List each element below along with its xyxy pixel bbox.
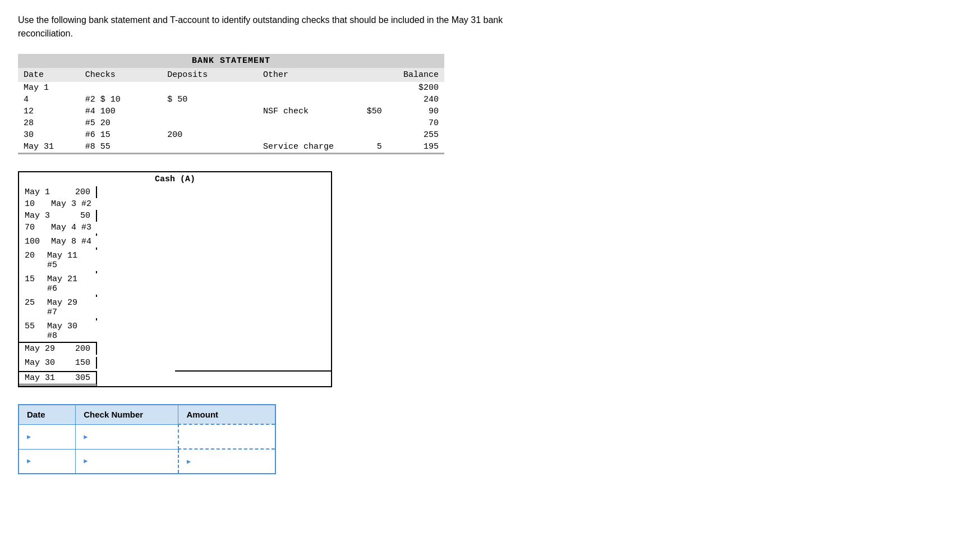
table-row: 55May 30 #8	[19, 318, 332, 342]
t-account-right-amount: 15	[25, 274, 47, 294]
t-account-left-amount: 50	[80, 211, 90, 221]
t-account-right-label: May 8 #4	[51, 237, 91, 246]
t-account-balance-amount: 305	[75, 373, 90, 383]
t-account-left-label: May 30	[25, 358, 55, 368]
col-header-other-amount	[347, 68, 388, 82]
t-account-table: May 120010May 3 #2May 35070May 4 #3100Ma…	[18, 186, 332, 387]
t-account-right-label: May 29 #7	[47, 298, 91, 317]
t-account-left-amount: 200	[75, 187, 90, 197]
t-account-left-amount: 150	[75, 358, 90, 368]
t-account-right-amount: 20	[25, 251, 47, 270]
table-row: May 120010May 3 #2	[19, 186, 332, 210]
t-account-right-amount: 25	[25, 298, 47, 317]
date-arrow-icon: ▶	[27, 433, 31, 441]
t-account-section: Cash (A) May 120010May 3 #2May 35070May …	[18, 171, 332, 387]
t-account-right-amount: 70	[25, 223, 47, 232]
t-account-right-amount: 55	[25, 322, 47, 341]
table-row: 100May 8 #4	[19, 233, 332, 248]
t-account-left-label: May 29	[25, 344, 55, 354]
checknum-arrow-icon: ▶	[84, 433, 88, 441]
t-account-right-label: May 4 #3	[51, 223, 91, 232]
t-account-right-amount: 100	[25, 237, 47, 246]
col-header-balance: Balance	[388, 68, 444, 82]
bank-statement-row: May 1$200	[18, 82, 444, 94]
outstanding-col-amount: Amount	[178, 405, 275, 424]
t-account-left-label: May 1	[25, 187, 50, 197]
outstanding-checks-section: Date Check Number Amount ▶▶▶▶▶	[18, 404, 276, 474]
table-row: 15May 21 #6	[19, 271, 332, 295]
t-account-left-label: May 3	[25, 211, 50, 221]
outstanding-checks-table: Date Check Number Amount ▶▶▶▶▶	[18, 404, 276, 474]
t-account-right-label: May 21 #6	[47, 274, 91, 294]
bank-statement-table: BANK STATEMENT Date Checks Deposits Othe…	[18, 54, 444, 154]
outstanding-row: ▶▶	[19, 424, 275, 449]
col-header-other: Other	[257, 68, 347, 82]
bank-statement-title: BANK STATEMENT	[18, 54, 444, 68]
bank-statement-row: 30#6 15200255	[18, 129, 444, 141]
col-header-deposits: Deposits	[162, 68, 257, 82]
table-row: May 30150	[19, 357, 332, 371]
t-account-right-amount: 10	[25, 199, 47, 209]
checknum-arrow-icon: ▶	[84, 457, 88, 465]
bank-statement-section: BANK STATEMENT Date Checks Deposits Othe…	[18, 54, 444, 154]
table-row: May 35070May 4 #3	[19, 210, 332, 233]
outstanding-row: ▶▶▶	[19, 449, 275, 474]
intro-paragraph: Use the following bank statement and T-a…	[18, 13, 523, 40]
t-account-right-label: May 3 #2	[51, 199, 91, 209]
col-header-checks: Checks	[80, 68, 162, 82]
t-account-left-amount: 200	[75, 344, 90, 354]
bank-statement-row: May 31#8 55Service charge5195	[18, 141, 444, 154]
t-account-right-label: May 30 #8	[47, 322, 91, 341]
table-row: 20May 11 #5	[19, 248, 332, 271]
table-row: May 29200	[19, 342, 332, 357]
date-arrow-icon: ▶	[27, 457, 31, 465]
amount-arrow-icon: ▶	[187, 458, 191, 466]
t-account-balance-label: May 31	[25, 373, 55, 383]
bank-statement-row: 12#4 100NSF check$5090	[18, 106, 444, 117]
col-header-date: Date	[18, 68, 80, 82]
outstanding-col-checknum: Check Number	[76, 405, 178, 424]
bank-statement-row: 28#5 2070	[18, 117, 444, 129]
bank-statement-row: 4#2 $ 10$ 50240	[18, 94, 444, 106]
t-account-title: Cash (A)	[18, 171, 332, 186]
outstanding-col-date: Date	[19, 405, 76, 424]
table-row: 25May 29 #7	[19, 295, 332, 318]
t-account-right-label: May 11 #5	[47, 251, 91, 270]
t-account-balance-row: May 31305	[19, 371, 332, 387]
